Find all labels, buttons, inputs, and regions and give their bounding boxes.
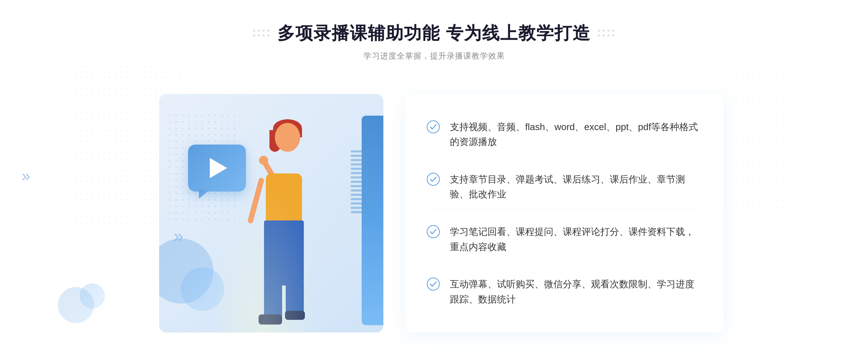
check-icon-4	[427, 278, 440, 291]
person-torso	[266, 173, 302, 224]
feature-text-1: 支持视频、音频、flash、word、excel、ppt、pdf等各种格式的资源…	[450, 120, 702, 150]
feature-item-1: 支持视频、音频、flash、word、excel、ppt、pdf等各种格式的资源…	[427, 112, 702, 157]
check-icon-1	[427, 120, 440, 133]
person-head	[275, 123, 300, 152]
illustration-bg: »	[159, 94, 383, 332]
check-icon-2	[427, 173, 440, 186]
header-dots-left	[253, 30, 270, 37]
feature-item-3: 学习笔记回看、课程提问、课程评论打分、课件资料下载，重点内容收藏	[427, 217, 702, 262]
svg-point-2	[427, 226, 439, 238]
blue-side-panel	[362, 116, 383, 325]
feature-item-2: 支持章节目录、弹题考试、课后练习、课后作业、章节测验、批改作业	[427, 165, 702, 210]
person-leg-right	[286, 282, 304, 314]
check-icon-3	[427, 225, 440, 238]
header-section: 多项录播课辅助功能 专为线上教学打造 学习进度全掌握，提升录播课教学效果	[253, 22, 614, 61]
outer-chevron-icon: »	[22, 167, 30, 185]
content-area: »	[145, 80, 723, 347]
person-shoe-right	[285, 311, 305, 320]
feature-item-4: 互动弹幕、试听购买、微信分享、观看次数限制、学习进度跟踪、数据统计	[427, 270, 702, 314]
page-container: 多项录播课辅助功能 专为线上教学打造 学习进度全掌握，提升录播课教学效果 »	[0, 0, 868, 352]
header-dots-right	[598, 30, 615, 37]
deco-stripes	[351, 148, 373, 213]
feature-text-3: 学习笔记回看、课程提问、课程评论打分、课件资料下载，重点内容收藏	[450, 224, 702, 254]
feature-text-2: 支持章节目录、弹题考试、课后练习、课后作业、章节测验、批改作业	[450, 172, 702, 202]
illustration-wrapper: »	[145, 80, 391, 347]
inner-chevron-icon: »	[174, 226, 183, 246]
features-panel: 支持视频、音频、flash、word、excel、ppt、pdf等各种格式的资源…	[405, 94, 723, 332]
title-row: 多项录播课辅助功能 专为线上教学打造	[253, 22, 614, 45]
deco-circle-outer-2	[80, 283, 105, 309]
page-title: 多项录播课辅助功能 专为线上教学打造	[277, 22, 590, 45]
svg-point-1	[427, 173, 439, 185]
person-hand	[258, 154, 270, 167]
person-leg-left	[264, 282, 282, 318]
svg-point-3	[427, 278, 439, 290]
svg-point-0	[427, 121, 439, 133]
person-shoe-left	[259, 314, 282, 325]
page-subtitle: 学习进度全掌握，提升录播课教学效果	[253, 51, 614, 61]
person-pants	[264, 220, 304, 286]
person-figure	[203, 123, 340, 325]
person-arm-down	[247, 177, 264, 224]
feature-text-4: 互动弹幕、试听购买、微信分享、观看次数限制、学习进度跟踪、数据统计	[450, 277, 702, 307]
